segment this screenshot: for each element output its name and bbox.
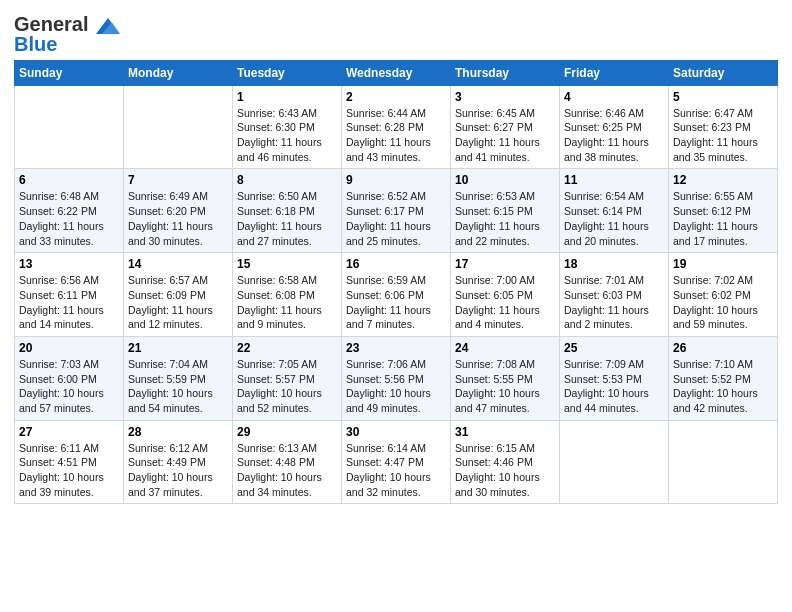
calendar-cell: 31Sunrise: 6:15 AM Sunset: 4:46 PM Dayli… — [451, 420, 560, 504]
day-info: Sunrise: 6:55 AM Sunset: 6:12 PM Dayligh… — [673, 189, 773, 248]
day-number: 14 — [128, 257, 228, 271]
day-number: 1 — [237, 90, 337, 104]
calendar-cell: 18Sunrise: 7:01 AM Sunset: 6:03 PM Dayli… — [560, 253, 669, 337]
logo-blue: Blue — [14, 34, 120, 54]
weekday-header: Tuesday — [233, 60, 342, 85]
calendar-cell: 27Sunrise: 6:11 AM Sunset: 4:51 PM Dayli… — [15, 420, 124, 504]
calendar-cell: 5Sunrise: 6:47 AM Sunset: 6:23 PM Daylig… — [669, 85, 778, 169]
calendar-cell: 30Sunrise: 6:14 AM Sunset: 4:47 PM Dayli… — [342, 420, 451, 504]
day-number: 17 — [455, 257, 555, 271]
day-number: 7 — [128, 173, 228, 187]
day-info: Sunrise: 6:50 AM Sunset: 6:18 PM Dayligh… — [237, 189, 337, 248]
day-number: 9 — [346, 173, 446, 187]
calendar-body: 1Sunrise: 6:43 AM Sunset: 6:30 PM Daylig… — [15, 85, 778, 504]
calendar-cell: 3Sunrise: 6:45 AM Sunset: 6:27 PM Daylig… — [451, 85, 560, 169]
day-info: Sunrise: 7:08 AM Sunset: 5:55 PM Dayligh… — [455, 357, 555, 416]
day-info: Sunrise: 6:54 AM Sunset: 6:14 PM Dayligh… — [564, 189, 664, 248]
calendar-cell: 25Sunrise: 7:09 AM Sunset: 5:53 PM Dayli… — [560, 336, 669, 420]
calendar-cell: 26Sunrise: 7:10 AM Sunset: 5:52 PM Dayli… — [669, 336, 778, 420]
day-number: 21 — [128, 341, 228, 355]
calendar-cell: 23Sunrise: 7:06 AM Sunset: 5:56 PM Dayli… — [342, 336, 451, 420]
calendar-cell: 17Sunrise: 7:00 AM Sunset: 6:05 PM Dayli… — [451, 253, 560, 337]
calendar-cell: 29Sunrise: 6:13 AM Sunset: 4:48 PM Dayli… — [233, 420, 342, 504]
day-info: Sunrise: 7:01 AM Sunset: 6:03 PM Dayligh… — [564, 273, 664, 332]
calendar-cell: 22Sunrise: 7:05 AM Sunset: 5:57 PM Dayli… — [233, 336, 342, 420]
calendar-cell: 19Sunrise: 7:02 AM Sunset: 6:02 PM Dayli… — [669, 253, 778, 337]
calendar-cell: 20Sunrise: 7:03 AM Sunset: 6:00 PM Dayli… — [15, 336, 124, 420]
calendar-header: SundayMondayTuesdayWednesdayThursdayFrid… — [15, 60, 778, 85]
day-info: Sunrise: 6:58 AM Sunset: 6:08 PM Dayligh… — [237, 273, 337, 332]
day-info: Sunrise: 6:46 AM Sunset: 6:25 PM Dayligh… — [564, 106, 664, 165]
calendar-cell: 1Sunrise: 6:43 AM Sunset: 6:30 PM Daylig… — [233, 85, 342, 169]
day-number: 25 — [564, 341, 664, 355]
calendar-cell: 16Sunrise: 6:59 AM Sunset: 6:06 PM Dayli… — [342, 253, 451, 337]
day-number: 6 — [19, 173, 119, 187]
calendar-cell: 2Sunrise: 6:44 AM Sunset: 6:28 PM Daylig… — [342, 85, 451, 169]
calendar-cell: 15Sunrise: 6:58 AM Sunset: 6:08 PM Dayli… — [233, 253, 342, 337]
weekday-header-row: SundayMondayTuesdayWednesdayThursdayFrid… — [15, 60, 778, 85]
calendar-cell: 4Sunrise: 6:46 AM Sunset: 6:25 PM Daylig… — [560, 85, 669, 169]
day-number: 12 — [673, 173, 773, 187]
day-info: Sunrise: 6:14 AM Sunset: 4:47 PM Dayligh… — [346, 441, 446, 500]
day-number: 8 — [237, 173, 337, 187]
calendar-week-row: 1Sunrise: 6:43 AM Sunset: 6:30 PM Daylig… — [15, 85, 778, 169]
weekday-header: Saturday — [669, 60, 778, 85]
day-number: 29 — [237, 425, 337, 439]
day-number: 10 — [455, 173, 555, 187]
calendar-cell: 9Sunrise: 6:52 AM Sunset: 6:17 PM Daylig… — [342, 169, 451, 253]
calendar-cell — [560, 420, 669, 504]
calendar-week-row: 13Sunrise: 6:56 AM Sunset: 6:11 PM Dayli… — [15, 253, 778, 337]
day-info: Sunrise: 6:56 AM Sunset: 6:11 PM Dayligh… — [19, 273, 119, 332]
day-number: 4 — [564, 90, 664, 104]
calendar-table: SundayMondayTuesdayWednesdayThursdayFrid… — [14, 60, 778, 505]
calendar-cell: 11Sunrise: 6:54 AM Sunset: 6:14 PM Dayli… — [560, 169, 669, 253]
calendar-cell: 10Sunrise: 6:53 AM Sunset: 6:15 PM Dayli… — [451, 169, 560, 253]
calendar-cell: 13Sunrise: 6:56 AM Sunset: 6:11 PM Dayli… — [15, 253, 124, 337]
day-info: Sunrise: 7:06 AM Sunset: 5:56 PM Dayligh… — [346, 357, 446, 416]
weekday-header: Sunday — [15, 60, 124, 85]
day-number: 11 — [564, 173, 664, 187]
day-info: Sunrise: 6:44 AM Sunset: 6:28 PM Dayligh… — [346, 106, 446, 165]
day-info: Sunrise: 6:43 AM Sunset: 6:30 PM Dayligh… — [237, 106, 337, 165]
day-number: 24 — [455, 341, 555, 355]
day-number: 22 — [237, 341, 337, 355]
day-info: Sunrise: 7:04 AM Sunset: 5:59 PM Dayligh… — [128, 357, 228, 416]
day-info: Sunrise: 6:52 AM Sunset: 6:17 PM Dayligh… — [346, 189, 446, 248]
day-info: Sunrise: 7:05 AM Sunset: 5:57 PM Dayligh… — [237, 357, 337, 416]
page-header: General Blue — [14, 10, 778, 54]
day-info: Sunrise: 6:59 AM Sunset: 6:06 PM Dayligh… — [346, 273, 446, 332]
day-info: Sunrise: 6:48 AM Sunset: 6:22 PM Dayligh… — [19, 189, 119, 248]
day-info: Sunrise: 7:02 AM Sunset: 6:02 PM Dayligh… — [673, 273, 773, 332]
calendar-cell — [15, 85, 124, 169]
calendar-cell: 14Sunrise: 6:57 AM Sunset: 6:09 PM Dayli… — [124, 253, 233, 337]
logo-icon — [96, 16, 120, 36]
calendar-cell: 24Sunrise: 7:08 AM Sunset: 5:55 PM Dayli… — [451, 336, 560, 420]
day-info: Sunrise: 6:57 AM Sunset: 6:09 PM Dayligh… — [128, 273, 228, 332]
calendar-cell: 7Sunrise: 6:49 AM Sunset: 6:20 PM Daylig… — [124, 169, 233, 253]
day-info: Sunrise: 6:53 AM Sunset: 6:15 PM Dayligh… — [455, 189, 555, 248]
weekday-header: Thursday — [451, 60, 560, 85]
calendar-cell: 6Sunrise: 6:48 AM Sunset: 6:22 PM Daylig… — [15, 169, 124, 253]
day-info: Sunrise: 7:09 AM Sunset: 5:53 PM Dayligh… — [564, 357, 664, 416]
day-info: Sunrise: 6:13 AM Sunset: 4:48 PM Dayligh… — [237, 441, 337, 500]
day-number: 23 — [346, 341, 446, 355]
calendar-week-row: 27Sunrise: 6:11 AM Sunset: 4:51 PM Dayli… — [15, 420, 778, 504]
weekday-header: Monday — [124, 60, 233, 85]
day-info: Sunrise: 6:12 AM Sunset: 4:49 PM Dayligh… — [128, 441, 228, 500]
day-number: 18 — [564, 257, 664, 271]
day-number: 16 — [346, 257, 446, 271]
day-number: 19 — [673, 257, 773, 271]
calendar-cell — [124, 85, 233, 169]
day-number: 30 — [346, 425, 446, 439]
calendar-cell: 8Sunrise: 6:50 AM Sunset: 6:18 PM Daylig… — [233, 169, 342, 253]
day-number: 13 — [19, 257, 119, 271]
day-number: 15 — [237, 257, 337, 271]
day-info: Sunrise: 6:45 AM Sunset: 6:27 PM Dayligh… — [455, 106, 555, 165]
calendar-cell: 21Sunrise: 7:04 AM Sunset: 5:59 PM Dayli… — [124, 336, 233, 420]
day-number: 5 — [673, 90, 773, 104]
day-info: Sunrise: 6:15 AM Sunset: 4:46 PM Dayligh… — [455, 441, 555, 500]
calendar-cell — [669, 420, 778, 504]
weekday-header: Wednesday — [342, 60, 451, 85]
day-number: 28 — [128, 425, 228, 439]
day-info: Sunrise: 7:10 AM Sunset: 5:52 PM Dayligh… — [673, 357, 773, 416]
